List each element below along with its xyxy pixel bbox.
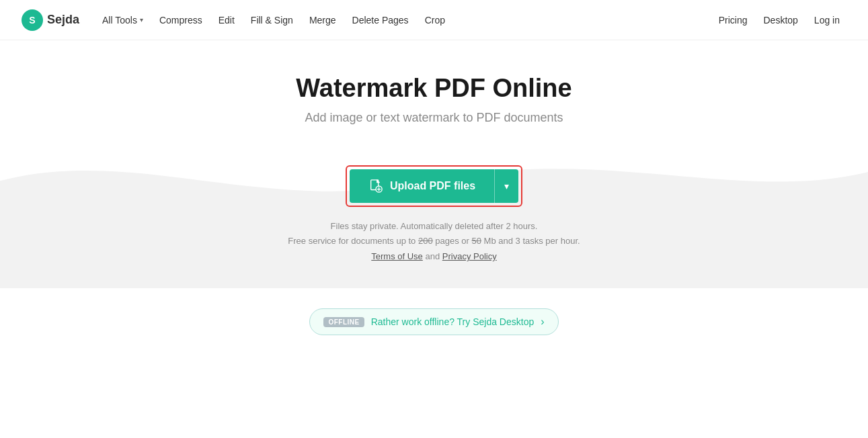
upload-legal-links: Terms of Use and Privacy Policy xyxy=(13,251,855,261)
logo-text: Sejda xyxy=(47,13,79,27)
nav-all-tools[interactable]: All Tools ▾ xyxy=(95,11,150,30)
privacy-policy-link[interactable]: Privacy Policy xyxy=(442,251,497,261)
terms-of-use-link[interactable]: Terms of Use xyxy=(371,251,423,261)
nav-right: Pricing Desktop Log in xyxy=(712,11,846,30)
navbar: S Sejda All Tools ▾ Compress Edit Fill &… xyxy=(0,0,868,40)
nav-login[interactable]: Log in xyxy=(807,11,846,30)
nav-crop[interactable]: Crop xyxy=(418,11,452,30)
pdf-file-icon xyxy=(368,179,383,193)
offline-section: OFFLINE Rather work offline? Try Sejda D… xyxy=(0,288,868,362)
offline-text: Rather work offline? Try Sejda Desktop xyxy=(371,316,535,327)
nav-compress[interactable]: Compress xyxy=(153,11,209,30)
nav-links: All Tools ▾ Compress Edit Fill & Sign Me… xyxy=(95,11,712,30)
nav-merge[interactable]: Merge xyxy=(303,11,343,30)
upload-info-line2: Free service for documents up to 200 pag… xyxy=(13,234,855,249)
size-limit: 50 xyxy=(472,236,481,246)
upload-button-wrapper: Upload PDF files ▾ xyxy=(346,165,522,207)
offline-banner[interactable]: OFFLINE Rather work offline? Try Sejda D… xyxy=(309,308,558,335)
chevron-down-icon: ▾ xyxy=(140,16,143,24)
upload-area: Upload PDF files ▾ xyxy=(346,165,522,207)
upload-dropdown-button[interactable]: ▾ xyxy=(494,169,518,203)
nav-desktop[interactable]: Desktop xyxy=(756,11,804,30)
logo-icon: S xyxy=(22,9,43,31)
hero-section: Watermark PDF Online Add image or text w… xyxy=(0,40,868,145)
chevron-down-icon: ▾ xyxy=(504,181,509,191)
upload-info-line1: Files stay private. Automatically delete… xyxy=(13,219,855,234)
nav-edit[interactable]: Edit xyxy=(212,11,241,30)
nav-fill-sign[interactable]: Fill & Sign xyxy=(244,11,300,30)
page-title: Watermark PDF Online xyxy=(13,74,855,103)
page-subtitle: Add image or text watermark to PDF docum… xyxy=(13,111,855,125)
upload-info: Files stay private. Automatically delete… xyxy=(13,219,855,261)
upload-pdf-button[interactable]: Upload PDF files xyxy=(350,169,494,203)
chevron-right-icon: › xyxy=(541,316,544,328)
nav-delete-pages[interactable]: Delete Pages xyxy=(346,11,416,30)
logo-link[interactable]: S Sejda xyxy=(22,9,79,31)
offline-badge: OFFLINE xyxy=(323,317,364,327)
nav-pricing[interactable]: Pricing xyxy=(712,11,754,30)
page-limit: 200 xyxy=(418,236,433,246)
upload-section: Upload PDF files ▾ Files stay private. A… xyxy=(0,145,868,288)
